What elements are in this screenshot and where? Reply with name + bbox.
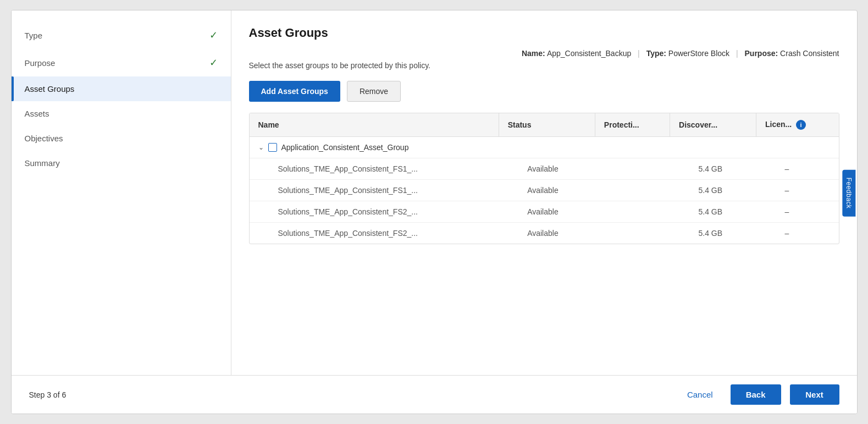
col-protection: Protecti... (595, 113, 670, 137)
sidebar-item-asset-groups[interactable]: Asset Groups (12, 76, 231, 101)
table-row: Solutions_TME_App_Consistent_FS2_... Ava… (250, 223, 839, 244)
table-header-row: Name Status Protecti... Discover... (250, 113, 839, 137)
sidebar-item-asset-groups-label: Asset Groups (25, 84, 75, 93)
purpose-label: Purpose: (745, 49, 778, 58)
sep2: | (736, 49, 738, 58)
child-discovery-1: 5.4 GB (670, 180, 756, 201)
sidebar-item-summary-label: Summary (25, 158, 60, 168)
sidebar-item-type-label: Type (25, 31, 43, 40)
type-label: Type: (646, 49, 666, 58)
child-status-2: Available (499, 201, 595, 223)
next-button[interactable]: Next (790, 384, 839, 405)
cancel-button[interactable]: Cancel (678, 384, 722, 405)
child-protection-2 (595, 201, 670, 223)
col-license: Licen... i (756, 113, 838, 137)
asset-groups-table: Name Status Protecti... Discover... (250, 113, 839, 244)
child-discovery-3: 5.4 GB (670, 223, 756, 244)
group-expand-cell: ⌄ Application_Consistent_Asset_Group (258, 143, 830, 152)
purpose-value: Crash Consistent (780, 49, 839, 58)
group-name: Application_Consistent_Asset_Group (281, 143, 409, 152)
child-protection-3 (595, 223, 670, 244)
license-info-icon[interactable]: i (796, 120, 806, 130)
type-check-icon: ✓ (209, 29, 218, 41)
footer: Step 3 of 6 Cancel Back Next (12, 375, 857, 414)
child-name-2: Solutions_TME_App_Consistent_FS2_... (250, 201, 499, 223)
step-info: Step 3 of 6 (29, 390, 67, 399)
group-row: ⌄ Application_Consistent_Asset_Group (250, 137, 839, 158)
group-checkbox[interactable] (268, 143, 277, 152)
main-content: Feedback Asset Groups Name: App_Consiste… (231, 10, 857, 375)
child-status-1: Available (499, 180, 595, 201)
remove-button[interactable]: Remove (347, 81, 401, 102)
child-name-3: Solutions_TME_App_Consistent_FS2_... (250, 223, 499, 244)
sidebar-item-objectives[interactable]: Objectives (12, 126, 231, 151)
sidebar-item-purpose[interactable]: Purpose ✓ (12, 49, 231, 76)
col-discovery: Discover... (670, 113, 756, 137)
child-discovery-0: 5.4 GB (670, 158, 756, 180)
toolbar: Add Asset Groups Remove (249, 81, 839, 102)
child-status-0: Available (499, 158, 595, 180)
col-status: Status (499, 113, 595, 137)
sidebar-item-assets[interactable]: Assets (12, 101, 231, 126)
table-row: Solutions_TME_App_Consistent_FS2_... Ava… (250, 201, 839, 223)
page-title: Asset Groups (249, 26, 839, 40)
group-row-cell: ⌄ Application_Consistent_Asset_Group (250, 137, 839, 158)
sidebar-item-assets-label: Assets (25, 109, 49, 118)
name-label: Name: (522, 49, 545, 58)
name-value: App_Consistent_Backup (547, 49, 631, 58)
sidebar-item-type[interactable]: Type ✓ (12, 21, 231, 49)
table-row: Solutions_TME_App_Consistent_FS1_... Ava… (250, 180, 839, 201)
child-protection-1 (595, 180, 670, 201)
sidebar-item-summary[interactable]: Summary (12, 151, 231, 175)
back-button[interactable]: Back (731, 384, 781, 405)
add-asset-groups-button[interactable]: Add Asset Groups (249, 81, 340, 102)
table-row: Solutions_TME_App_Consistent_FS1_... Ava… (250, 158, 839, 180)
main-dialog: Type ✓ Purpose ✓ Asset Groups Assets Obj… (11, 10, 858, 414)
child-license-0: – (756, 158, 838, 180)
feedback-tab[interactable]: Feedback (842, 169, 855, 216)
expand-chevron-icon[interactable]: ⌄ (258, 144, 264, 151)
child-license-3: – (756, 223, 838, 244)
sidebar-item-purpose-label: Purpose (25, 58, 56, 68)
sidebar-item-objectives-label: Objectives (25, 134, 63, 143)
child-license-1: – (756, 180, 838, 201)
purpose-check-icon: ✓ (209, 57, 218, 69)
type-value: PowerStore Block (668, 49, 729, 58)
child-name-1: Solutions_TME_App_Consistent_FS1_... (250, 180, 499, 201)
policy-info-bar: Name: App_Consistent_Backup | Type: Powe… (249, 49, 839, 58)
subtitle: Select the asset groups to be protected … (249, 61, 839, 70)
child-status-3: Available (499, 223, 595, 244)
child-name-0: Solutions_TME_App_Consistent_FS1_... (250, 158, 499, 180)
col-name: Name (250, 113, 499, 137)
asset-groups-table-container: Name Status Protecti... Discover... (249, 113, 839, 244)
footer-actions: Cancel Back Next (678, 384, 839, 405)
sep1: | (638, 49, 640, 58)
sidebar: Type ✓ Purpose ✓ Asset Groups Assets Obj… (12, 10, 231, 375)
child-protection-0 (595, 158, 670, 180)
dialog-body: Type ✓ Purpose ✓ Asset Groups Assets Obj… (12, 10, 857, 375)
child-license-2: – (756, 201, 838, 223)
child-discovery-2: 5.4 GB (670, 201, 756, 223)
